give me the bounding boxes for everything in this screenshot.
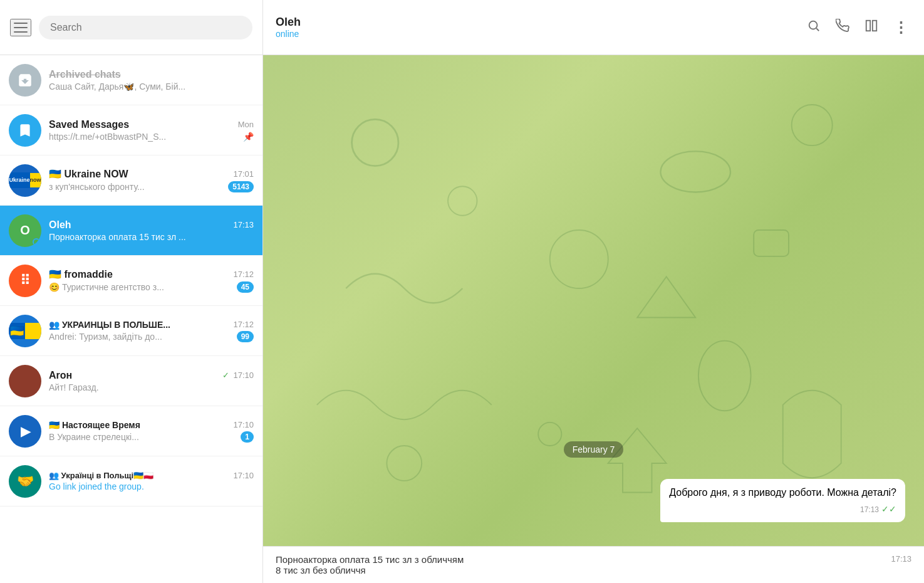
chat-time-fromaddie: 17:12 (233, 270, 254, 279)
chat-item-ukraine-now[interactable]: Ukraine now 🇺🇦 Ukraine NOW 17:01 з куп'я… (0, 155, 262, 206)
contact-name: Oleh (276, 16, 804, 29)
chat-item-aron[interactable]: Arон ✓ 17:10 Айт! Гаразд. (0, 356, 262, 406)
chat-preview-ukraintsi: Go link joined the group. (49, 481, 144, 491)
message-ticks: ✓✓ (881, 503, 896, 516)
pin-icon-saved: 📌 (243, 132, 254, 142)
chat-preview-nastoyashee: В Украине стрелецкі... (49, 432, 139, 442)
avatar-oleh: O (9, 214, 41, 247)
chat-time-oleh: 17:13 (233, 220, 254, 229)
chat-list: Archived chats Саша Сайт, Дарья🦋, Суми, … (0, 55, 262, 583)
avatar-ukraintsi: 🤝 (9, 465, 41, 498)
contact-info: Oleh online (276, 16, 804, 39)
chat-info-oleh: Oleh 17:13 Порноакторка оплата 15 тис зл… (49, 219, 254, 242)
chat-time-nastoyashee: 17:10 (233, 420, 254, 429)
chat-preview-archived: Саша Сайт, Дарья🦋, Суми, Бій... (49, 81, 185, 92)
message-text: Доброго дня, я з приводу роботи. Можна д… (669, 487, 896, 498)
chat-item-nastoyashee[interactable]: ▶ 🇺🇦 Настоящее Время 17:10 В Украине стр… (0, 406, 262, 456)
right-panel: Oleh online ⋮ (263, 0, 924, 583)
svg-rect-3 (873, 20, 876, 31)
chat-item-ukraintsy-polshe[interactable]: 🇺🇦 👥 УКРАИНЦЫ В ПОЛЬШЕ... 17:12 Andrei: … (0, 306, 262, 356)
badge-nastoyashee: 1 (241, 431, 254, 443)
chat-preview-fromaddie: 😊 Туристичне агентство з... (49, 282, 164, 292)
left-header (0, 0, 262, 55)
search-button[interactable] (804, 16, 823, 39)
chat-info-ukraintsi: 👥 Українці в Польщі🇺🇦🇵🇱 17:10 Go link jo… (49, 471, 254, 491)
chat-preview-ukraintsy: Andrei: Туризм, зайдіть до... (49, 332, 162, 342)
avatar-aron (9, 365, 41, 397)
more-button[interactable]: ⋮ (891, 16, 911, 39)
chat-info-saved: Saved Messages Mon https://t.me/+otBbwas… (49, 119, 254, 142)
badge-ukraine-now: 5143 (228, 181, 254, 192)
chat-input-area: Порноакторка оплата 15 тис зл з обличчям… (263, 546, 924, 583)
chat-preview-ukraine-now: з куп'янського фронту... (49, 182, 145, 192)
chat-name-aron: Arон (49, 370, 72, 381)
input-preview-time: 17:13 (891, 554, 911, 564)
avatar-ukraine-now: Ukraine now (9, 164, 41, 197)
message-outgoing: Доброго дня, я з приводу роботи. Можна д… (282, 479, 905, 527)
avatar-nastoyashee: ▶ (9, 415, 41, 448)
chat-time-saved: Mon (238, 120, 254, 129)
chat-preview-oleh: Порноакторка оплата 15 тис зл ... (49, 232, 186, 242)
chat-item-ukraintsi-polshchi[interactable]: 🤝 👥 Українці в Польщі🇺🇦🇵🇱 17:10 Go link … (0, 456, 262, 507)
chat-item-fromaddie[interactable]: ⠿ 🇺🇦 fromaddie 17:12 😊 Туристичне агентс… (0, 256, 262, 306)
input-preview-text[interactable]: Порноакторка оплата 15 тис зл з обличчям… (276, 554, 464, 575)
chat-item-archived[interactable]: Archived chats Саша Сайт, Дарья🦋, Суми, … (0, 55, 262, 105)
contact-status: online (276, 29, 804, 39)
chat-info-archived: Archived chats Саша Сайт, Дарья🦋, Суми, … (49, 69, 254, 92)
avatar-archived (9, 64, 41, 97)
chat-name-nastoyashee: 🇺🇦 Настоящее Время (49, 420, 140, 430)
chat-name-saved: Saved Messages (49, 119, 129, 130)
read-icon-aron: ✓ (222, 370, 229, 380)
svg-point-0 (809, 21, 818, 29)
chat-time-ukraintsi: 17:10 (233, 471, 254, 480)
avatar-saved (9, 114, 41, 147)
right-header: Oleh online ⋮ (263, 0, 924, 55)
search-input[interactable] (39, 16, 252, 39)
svg-line-1 (816, 28, 819, 31)
chat-item-saved[interactable]: Saved Messages Mon https://t.me/+otBbwas… (0, 105, 262, 155)
phone-button[interactable] (833, 16, 852, 39)
chat-item-oleh[interactable]: O Oleh 17:13 Порноакторка оплата 15 тис … (0, 206, 262, 256)
svg-rect-2 (866, 20, 870, 31)
avatar-fromaddie: ⠿ (9, 265, 41, 297)
chat-info-fromaddie: 🇺🇦 fromaddie 17:12 😊 Туристичне агентств… (49, 268, 254, 293)
chat-preview-aron: Айт! Гаразд. (49, 382, 99, 392)
hamburger-button[interactable] (10, 19, 31, 36)
message-bubble-incoming: Доброго дня, я з приводу роботи. Можна д… (660, 479, 905, 522)
chat-info-nastoyashee: 🇺🇦 Настоящее Время 17:10 В Украине стрел… (49, 420, 254, 443)
chat-info-ukraine-now: 🇺🇦 Ukraine NOW 17:01 з куп'янського фрон… (49, 168, 254, 192)
left-panel: Archived chats Саша Сайт, Дарья🦋, Суми, … (0, 0, 263, 583)
chat-name-ukraintsi: 👥 Українці в Польщі🇺🇦🇵🇱 (49, 471, 153, 480)
chat-area[interactable]: February 7 Доброго дня, я з приводу робо… (263, 55, 924, 546)
chat-name-archived: Archived chats (49, 69, 121, 80)
messages-container: February 7 Доброго дня, я з приводу робо… (263, 55, 924, 546)
date-badge: February 7 (564, 441, 624, 458)
chat-info-aron: Arон ✓ 17:10 Айт! Гаразд. (49, 370, 254, 392)
chat-name-ukraine-now: 🇺🇦 Ukraine NOW (49, 168, 128, 180)
input-preview-row: Порноакторка оплата 15 тис зл з обличчям… (276, 554, 911, 575)
chat-name-ukraintsy: 👥 УКРАИНЦЫ В ПОЛЬШЕ... (49, 320, 170, 330)
chat-time-aron: ✓ 17:10 (222, 370, 254, 380)
chat-info-ukraintsy: 👥 УКРАИНЦЫ В ПОЛЬШЕ... 17:12 Andrei: Тур… (49, 320, 254, 342)
chat-preview-saved: https://t.me/+otBbwastPN_S... (49, 132, 166, 142)
chat-time-ukraine-now: 17:01 (233, 169, 254, 179)
avatar-letter-oleh: O (20, 223, 30, 238)
badge-fromaddie: 45 (237, 281, 254, 293)
chat-name-oleh: Oleh (49, 219, 71, 231)
chat-name-fromaddie: 🇺🇦 fromaddie (49, 268, 113, 280)
avatar-ukraintsy: 🇺🇦 (9, 315, 41, 347)
columns-button[interactable] (862, 16, 881, 39)
message-time: 17:13 (860, 504, 879, 515)
chat-time-ukraintsy: 17:12 (233, 320, 254, 329)
header-actions: ⋮ (804, 16, 911, 39)
badge-ukraintsy: 99 (237, 331, 254, 342)
